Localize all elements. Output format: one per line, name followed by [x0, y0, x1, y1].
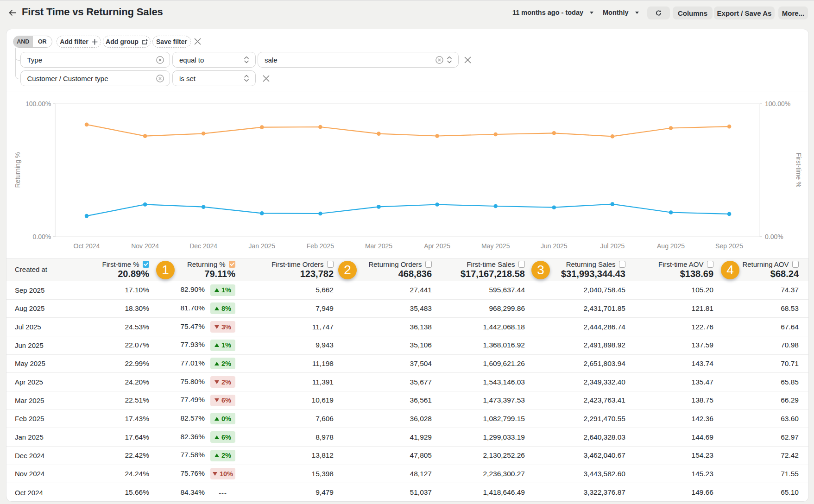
svg-text:0.00%: 0.00%	[765, 233, 783, 240]
svg-text:Dec 2024: Dec 2024	[189, 242, 217, 250]
svg-text:Jan 2025: Jan 2025	[248, 242, 275, 250]
svg-text:Jul 2025: Jul 2025	[600, 242, 625, 250]
svg-text:Mar 2025: Mar 2025	[365, 242, 392, 250]
svg-text:100.00%: 100.00%	[765, 100, 790, 107]
svg-text:100.00%: 100.00%	[25, 100, 51, 107]
svg-text:Aug 2025: Aug 2025	[657, 242, 685, 250]
svg-text:First-time %: First-time %	[795, 153, 802, 188]
svg-text:Apr 2025: Apr 2025	[424, 242, 450, 250]
svg-text:Jun 2025: Jun 2025	[541, 242, 568, 250]
svg-text:May 2025: May 2025	[481, 242, 510, 250]
svg-text:Feb 2025: Feb 2025	[307, 242, 334, 250]
svg-text:Oct 2024: Oct 2024	[74, 242, 100, 250]
svg-text:Returning %: Returning %	[14, 152, 21, 188]
svg-text:Sep 2025: Sep 2025	[715, 242, 743, 250]
svg-text:Nov 2024: Nov 2024	[131, 242, 159, 250]
svg-text:0.00%: 0.00%	[33, 233, 51, 240]
